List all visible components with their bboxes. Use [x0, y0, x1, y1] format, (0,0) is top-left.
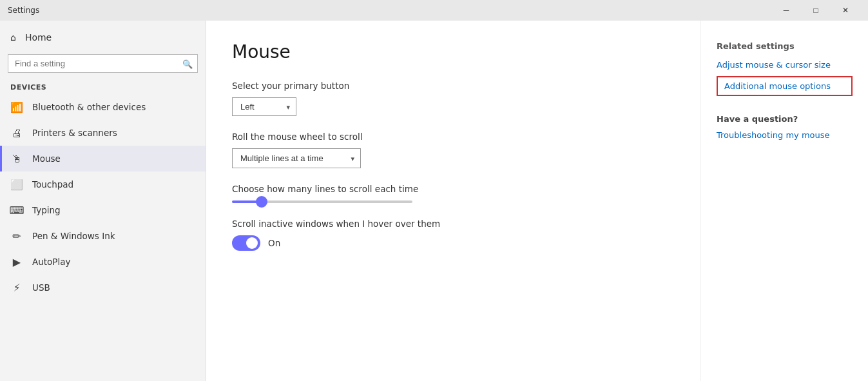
- sidebar-home-label: Home: [25, 32, 52, 43]
- autoplay-icon: ▶: [10, 255, 23, 268]
- sidebar-item-label: Typing: [32, 205, 61, 215]
- main-content: Mouse Select your primary button Left Ri…: [206, 21, 700, 381]
- search-input[interactable]: [8, 54, 198, 73]
- troubleshoot-link[interactable]: Troubleshooting my mouse: [717, 130, 853, 140]
- scroll-inactive-toggle[interactable]: [232, 235, 260, 251]
- sidebar-section-label: Devices: [0, 81, 206, 94]
- primary-button-label: Select your primary button: [232, 81, 675, 91]
- sidebar-item-typing[interactable]: ⌨ Typing: [0, 197, 206, 223]
- page-title: Mouse: [232, 41, 675, 63]
- right-panel: Related settings Adjust mouse & cursor s…: [700, 21, 868, 381]
- search-icon: 🔍: [182, 59, 193, 68]
- pen-icon: ✏: [10, 230, 23, 242]
- lines-scroll-slider[interactable]: [232, 200, 412, 203]
- scroll-wheel-label: Roll the mouse wheel to scroll: [232, 132, 675, 142]
- scroll-inactive-group: Scroll inactive windows when I hover ove…: [232, 219, 675, 251]
- sidebar-item-printers[interactable]: 🖨 Printers & scanners: [0, 120, 206, 146]
- scroll-dropdown-wrapper: Multiple lines at a time One screen at a…: [232, 148, 361, 168]
- titlebar-title: Settings: [8, 6, 39, 15]
- slider-container: [232, 200, 675, 203]
- home-icon: ⌂: [10, 32, 16, 43]
- related-settings-title: Related settings: [717, 41, 853, 51]
- bluetooth-icon: 📶: [10, 101, 23, 113]
- primary-button-group: Select your primary button Left Right ▾: [232, 81, 675, 116]
- sidebar-item-touchpad[interactable]: ⬜ Touchpad: [0, 171, 206, 197]
- typing-icon: ⌨: [10, 204, 23, 217]
- printer-icon: 🖨: [10, 126, 23, 139]
- touchpad-icon: ⬜: [10, 178, 23, 191]
- sidebar-search: 🔍: [8, 54, 198, 73]
- sidebar-item-home[interactable]: ⌂ Home: [0, 26, 206, 49]
- sidebar-item-label: Pen & Windows Ink: [32, 231, 115, 241]
- question-title: Have a question?: [717, 114, 853, 124]
- sidebar-item-label: Touchpad: [32, 179, 73, 190]
- primary-button-select[interactable]: Left Right: [232, 97, 296, 116]
- sidebar-item-usb[interactable]: ⚡ USB: [0, 275, 206, 300]
- question-section: Have a question? Troubleshooting my mous…: [717, 114, 853, 140]
- scroll-wheel-group: Roll the mouse wheel to scroll Multiple …: [232, 132, 675, 168]
- minimize-button[interactable]: ─: [771, 0, 801, 21]
- maximize-button[interactable]: □: [801, 0, 831, 21]
- sidebar-item-label: Mouse: [32, 153, 61, 164]
- sidebar-item-bluetooth[interactable]: 📶 Bluetooth & other devices: [0, 94, 206, 120]
- sidebar-item-pen[interactable]: ✏ Pen & Windows Ink: [0, 223, 206, 249]
- toggle-state-label: On: [268, 238, 280, 248]
- adjust-mouse-link[interactable]: Adjust mouse & cursor size: [717, 60, 853, 70]
- sidebar-item-mouse[interactable]: 🖱 Mouse: [0, 146, 206, 171]
- mouse-icon: 🖱: [10, 152, 23, 165]
- titlebar: Settings ─ □ ✕: [0, 0, 868, 21]
- app-body: ⌂ Home 🔍 Devices 📶 Bluetooth & other dev…: [0, 21, 868, 381]
- sidebar-item-label: USB: [32, 282, 50, 293]
- sidebar-item-autoplay[interactable]: ▶ AutoPlay: [0, 249, 206, 275]
- toggle-row: On: [232, 235, 675, 251]
- scroll-inactive-label: Scroll inactive windows when I hover ove…: [232, 219, 675, 229]
- sidebar-item-label: Bluetooth & other devices: [32, 102, 146, 112]
- lines-scroll-label: Choose how many lines to scroll each tim…: [232, 184, 675, 194]
- titlebar-controls: ─ □ ✕: [771, 0, 860, 21]
- close-button[interactable]: ✕: [831, 0, 860, 21]
- sidebar-item-label: AutoPlay: [32, 257, 71, 267]
- sidebar: ⌂ Home 🔍 Devices 📶 Bluetooth & other dev…: [0, 21, 206, 381]
- primary-button-select-wrapper: Left Right ▾: [232, 97, 296, 116]
- sidebar-item-label: Printers & scanners: [32, 128, 117, 138]
- additional-mouse-options-link[interactable]: Additional mouse options: [717, 76, 853, 96]
- usb-icon: ⚡: [10, 281, 23, 294]
- scroll-dropdown[interactable]: Multiple lines at a time One screen at a…: [232, 148, 361, 168]
- lines-scroll-group: Choose how many lines to scroll each tim…: [232, 184, 675, 203]
